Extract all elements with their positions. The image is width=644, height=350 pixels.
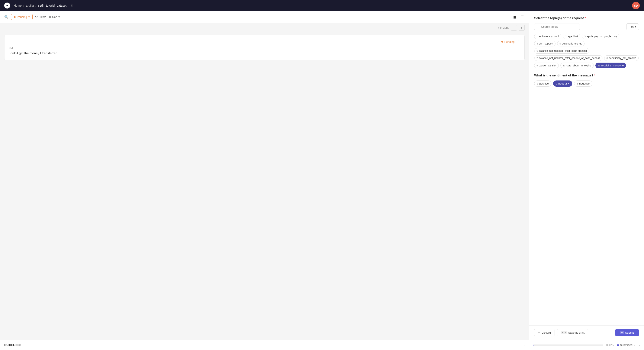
chip-text: atm_support [539, 42, 553, 45]
settings-icon[interactable]: ⚙ [71, 4, 74, 7]
sentiment-required-star: * [594, 73, 596, 77]
record-field-label: text [9, 47, 520, 50]
sentiment-chip-neutral[interactable]: 2neutral+ [553, 80, 572, 87]
right-panel: Select the topic(s) of the request * 🔍 +… [529, 11, 644, 350]
next-page-button[interactable]: › [518, 25, 524, 31]
status-nav-button[interactable]: › [639, 344, 640, 347]
discard-label: Discard [542, 331, 551, 334]
topic-section-title: Select the topic(s) of the request * [534, 16, 639, 20]
prev-page-button[interactable]: ‹ [511, 25, 517, 31]
sort-icon: ⇵ [49, 15, 51, 18]
logo[interactable] [4, 2, 10, 8]
label-chip-beneficiary_not_allowed[interactable]: 8beneficiary_not_allowed [604, 55, 639, 61]
sort-label: Sort [52, 15, 57, 18]
chip-remove-icon: + [622, 64, 624, 67]
filter-icon: ⚒ [35, 15, 38, 18]
submitted-label: Submitted [620, 344, 633, 347]
label-chip-cancel_transfer[interactable]: 9cancel_transfer [534, 63, 559, 68]
chip-text: apple_pay_or_google_pay [587, 35, 617, 38]
breadcrumb-sep-1: / [23, 4, 24, 7]
label-chip-activate_my_card[interactable]: 1activate_my_card [534, 34, 561, 39]
chip-num: 10 [563, 64, 565, 67]
nav-home[interactable]: Home [14, 4, 22, 7]
chip-text: receiving_money [601, 64, 621, 67]
pending-badge: Pending [501, 40, 514, 43]
record-card: Pending ⋮ text I didn't get the money I … [4, 35, 524, 60]
label-chip-balance_not_updated_after_bank_transfer[interactable]: 6balance_not_updated_after_bank_transfer [534, 48, 590, 54]
filters-label: Filters [39, 15, 46, 18]
chip-text: balance_not_updated_after_bank_transfer [539, 49, 587, 52]
search-icon[interactable]: 🔍 [4, 15, 8, 19]
chip-text: balance_not_updated_after_cheque_or_cash… [539, 57, 600, 60]
label-chip-apple_pay_or_google_pay[interactable]: 3apple_pay_or_google_pay [582, 34, 619, 39]
guidelines-bar[interactable]: GUIDELINES › [0, 340, 529, 350]
sort-button[interactable]: ⇵ Sort ▾ [49, 15, 60, 18]
view-list-button[interactable]: ☰ [520, 14, 524, 20]
sort-chevron-icon: ▾ [58, 15, 60, 18]
sentiment-chip-positive[interactable]: 1positive [534, 80, 552, 87]
submit-button[interactable]: ↵ Submit [615, 329, 639, 336]
submitted-count: 2 [634, 344, 635, 347]
chip-num: 1 [536, 35, 538, 38]
label-chip-atm_support[interactable]: 4atm_support [534, 41, 556, 46]
discard-button[interactable]: ↻ Discard [534, 329, 554, 336]
nav-dataset: setfit_tutorial_dataset [38, 4, 66, 7]
chip-text: activate_my_card [539, 35, 559, 38]
avatar[interactable]: SD [632, 2, 640, 9]
chip-num: 9 [536, 64, 538, 67]
progress-pct: 0.06% [606, 344, 614, 347]
sentiment-chip-text: negative [579, 82, 590, 85]
submitted-badge: Submitted 2 [617, 344, 636, 347]
toolbar: 🔍 Pending ▾ ⚒ Filters ⇵ Sort ▾ ▣ ☰ [0, 11, 529, 23]
sentiment-chip-text: neutral [558, 82, 567, 85]
label-chip-automatic_top_up[interactable]: 5automatic_top_up [557, 41, 585, 46]
nav-project[interactable]: argilla [26, 4, 34, 7]
chip-text: beneficiary_not_allowed [609, 57, 636, 60]
top-nav: Home / argilla / setfit_tutorial_dataset… [0, 0, 644, 11]
sentiment-chip-negative[interactable]: 3negative [574, 80, 592, 87]
topic-required-star: * [585, 16, 586, 20]
pending-label: Pending [504, 40, 514, 43]
pagination-count: 4 of 3080 [498, 26, 509, 29]
chip-num: 6 [536, 50, 538, 52]
content-area: Pending ⋮ text I didn't get the money I … [0, 32, 529, 340]
save-kbd: ⌘ S [560, 331, 567, 334]
status-bar: 0.06% Submitted 2 › [529, 340, 644, 350]
chip-text: automatic_top_up [562, 42, 582, 45]
sentiment-section-title: What is the sentiment of the message? * [534, 73, 639, 77]
breadcrumb-sep-2: / [36, 4, 36, 7]
label-chip-card_about_to_expire[interactable]: 10card_about_to_expire [560, 63, 594, 68]
sentiment-chips: 1positive2neutral+3negative [534, 80, 639, 87]
label-chip-age_limit[interactable]: 2age_limit [563, 34, 580, 39]
breadcrumb: Home / argilla / setfit_tutorial_dataset… [14, 4, 74, 7]
label-chip-balance_not_updated_after_cheque_or_cash_deposit[interactable]: 7balance_not_updated_after_cheque_or_cas… [534, 55, 602, 61]
guidelines-chevron-icon: › [524, 344, 524, 347]
record-text: I didn't get the money I transferred [9, 51, 520, 56]
filters-button[interactable]: ⚒ Filters [35, 15, 46, 18]
progress-bar-container [533, 345, 603, 346]
chip-text: card_about_to_expire [566, 64, 591, 67]
label-chip-receiving_money[interactable]: 51receiving_money+ [596, 63, 626, 68]
status-dot [14, 16, 16, 18]
svg-point-1 [6, 5, 8, 6]
discard-icon: ↻ [538, 331, 540, 334]
status-filter-button[interactable]: Pending ▾ [11, 14, 33, 20]
chip-text: age_limit [568, 35, 578, 38]
record-card-header: Pending ⋮ [9, 39, 520, 44]
chip-num: 7 [536, 57, 538, 59]
chevron-down-icon: ▾ [634, 25, 636, 28]
save-draft-label: Save as draft [568, 331, 584, 334]
record-more-button[interactable]: ⋮ [516, 39, 520, 44]
chip-num: 8 [606, 57, 608, 59]
view-single-button[interactable]: ▣ [512, 14, 517, 20]
guidelines-label: GUIDELINES [4, 344, 21, 347]
save-draft-button[interactable]: ⌘ S Save as draft [557, 329, 588, 336]
chevron-down-icon: ▾ [28, 15, 30, 18]
submit-label: Submit [625, 331, 634, 334]
labels-grid: 1activate_my_card2age_limit3apple_pay_or… [534, 34, 639, 68]
sentiment-chip-text: positive [539, 82, 549, 85]
chip-num: 51 [598, 64, 600, 67]
topic-title-text: Select the topic(s) of the request [534, 16, 584, 20]
expand-labels-button[interactable]: +66 ▾ [626, 23, 639, 30]
search-labels-input[interactable] [534, 23, 580, 30]
